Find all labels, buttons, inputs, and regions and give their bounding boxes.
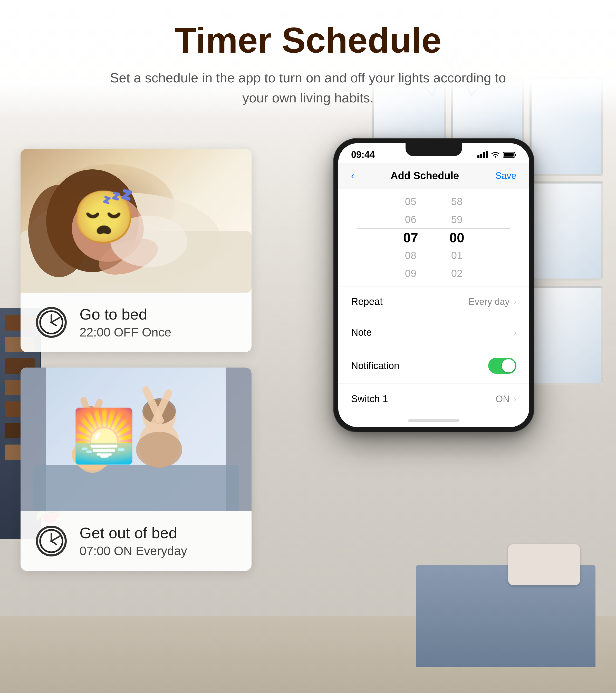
switch1-value: ON	[496, 394, 510, 404]
notification-label: Notification	[351, 360, 399, 371]
status-icons	[477, 151, 516, 158]
phone-mockup: 09:44	[334, 139, 534, 432]
signal-icon	[477, 151, 488, 158]
svg-point-26	[72, 439, 113, 470]
header-section: Timer Schedule Set a schedule in the app…	[0, 0, 616, 118]
note-value-group: ›	[514, 328, 516, 337]
card-bottom-2: Get out of bed 07:00 ON Everyday	[21, 511, 252, 571]
repeat-value: Every day	[469, 296, 510, 307]
notification-value-group	[488, 358, 516, 374]
svg-point-22	[78, 413, 106, 441]
clock-svg	[38, 309, 65, 336]
svg-rect-20	[33, 465, 239, 511]
back-button[interactable]: ‹	[351, 171, 354, 181]
phone-column: 09:44	[272, 134, 595, 432]
page-subtitle: Set a schedule in the app to turn on and…	[103, 68, 513, 108]
settings-section: Repeat Every day › Note ›	[338, 286, 529, 414]
hours-column[interactable]: 05 06 07 08 09	[388, 193, 434, 282]
go-to-bed-card: Go to bed 22:00 OFF Once	[21, 149, 252, 352]
time-picker[interactable]: 05 06 07 08 09 58 59 00 01	[338, 189, 529, 286]
hour-09: 09	[388, 265, 434, 282]
phone-notch	[405, 143, 462, 156]
card-bottom-1: Go to bed 22:00 OFF Once	[21, 293, 252, 352]
switch1-label: Switch 1	[351, 394, 388, 404]
svg-point-36	[50, 540, 52, 542]
status-time: 09:44	[351, 150, 375, 160]
morning-illustration	[21, 368, 252, 511]
clock-icon-1	[36, 307, 67, 338]
page-title: Timer Schedule	[51, 21, 565, 60]
svg-point-23	[76, 406, 104, 439]
svg-rect-38	[480, 154, 482, 158]
home-bar	[408, 419, 459, 422]
toggle-knob	[502, 359, 515, 372]
svg-rect-43	[515, 154, 516, 156]
switch1-row[interactable]: Switch 1 ON ›	[338, 384, 529, 414]
card-detail-1: 22:00 OFF Once	[80, 325, 172, 339]
picker-columns: 05 06 07 08 09 58 59 00 01	[338, 194, 529, 281]
svg-point-15	[50, 321, 52, 323]
hour-06: 06	[388, 211, 434, 229]
sleeping-image	[21, 149, 252, 293]
svg-rect-40	[486, 151, 488, 158]
main-layout: Go to bed 22:00 OFF Once	[0, 118, 616, 586]
minute-02: 02	[434, 265, 480, 282]
sleeping-illustration	[21, 149, 252, 293]
minute-58: 58	[434, 193, 480, 211]
minutes-column[interactable]: 58 59 00 01 02	[434, 193, 480, 282]
switch1-value-group: ON ›	[496, 394, 516, 404]
svg-rect-39	[483, 152, 485, 158]
svg-point-41	[495, 156, 496, 158]
svg-rect-37	[477, 155, 479, 158]
repeat-value-group: Every day ›	[469, 296, 516, 307]
nav-title: Add Schedule	[391, 170, 459, 181]
wifi-icon	[491, 151, 500, 158]
home-indicator-area	[338, 414, 529, 427]
notification-toggle[interactable]	[488, 358, 516, 374]
get-out-of-bed-card: Get out of bed 07:00 ON Everyday	[21, 368, 252, 571]
card-label-1: Go to bed	[80, 305, 172, 323]
card-detail-2: 07:00 ON Everyday	[80, 544, 187, 558]
morning-image	[21, 368, 252, 511]
note-chevron: ›	[514, 328, 516, 337]
nav-bar: ‹ Add Schedule Save	[338, 163, 529, 189]
notification-row[interactable]: Notification	[338, 348, 529, 384]
svg-point-32	[136, 432, 182, 468]
hour-07-selected: 07	[388, 229, 434, 247]
clock-icon-2	[36, 526, 67, 556]
repeat-row[interactable]: Repeat Every day ›	[338, 286, 529, 317]
phone-screen: 09:44	[338, 143, 529, 427]
card-label-2: Get out of bed	[80, 524, 187, 542]
battery-icon	[503, 152, 516, 158]
note-label: Note	[351, 327, 372, 338]
cards-column: Go to bed 22:00 OFF Once	[21, 134, 252, 571]
page-content: Timer Schedule Set a schedule in the app…	[0, 0, 616, 586]
svg-rect-44	[504, 153, 514, 157]
repeat-label: Repeat	[351, 296, 383, 307]
hour-08: 08	[388, 247, 434, 265]
clock-svg-2	[38, 528, 65, 554]
hour-05: 05	[388, 193, 434, 211]
repeat-chevron: ›	[514, 297, 516, 306]
minute-00-selected: 00	[434, 229, 480, 247]
save-button[interactable]: Save	[495, 171, 516, 181]
svg-point-11	[111, 216, 187, 267]
svg-point-8	[28, 185, 90, 277]
note-row[interactable]: Note ›	[338, 317, 529, 348]
card-text-2: Get out of bed 07:00 ON Everyday	[80, 524, 187, 558]
minute-59: 59	[434, 211, 480, 229]
card-text-1: Go to bed 22:00 OFF Once	[80, 305, 172, 339]
switch1-chevron: ›	[514, 394, 516, 404]
minute-01: 01	[434, 247, 480, 265]
